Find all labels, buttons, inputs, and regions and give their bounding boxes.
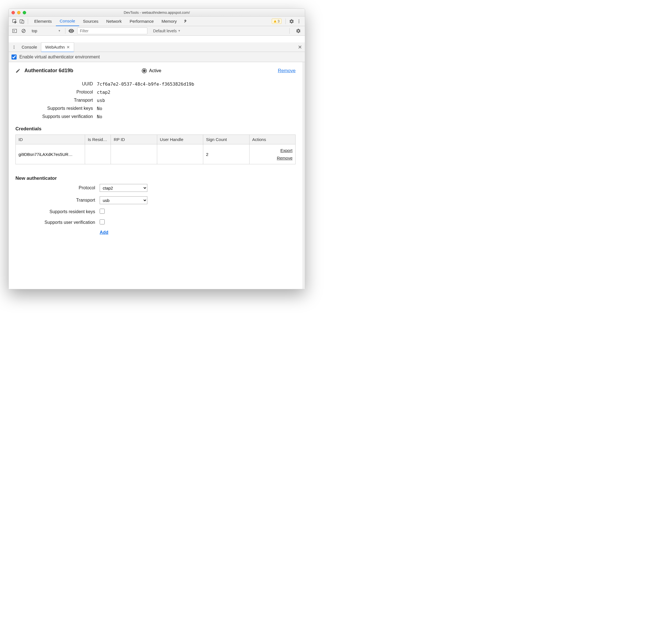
- transport-select[interactable]: usb: [100, 196, 147, 204]
- field-value: ctap2: [97, 90, 110, 95]
- new-auth-add-row: Add: [16, 230, 295, 235]
- radio-icon: [142, 68, 147, 73]
- svg-point-9: [14, 46, 15, 46]
- field-value: usb: [97, 98, 105, 103]
- field-label: Supports resident keys: [16, 106, 97, 111]
- drawer-tab-label: WebAuthn: [45, 45, 65, 49]
- remove-authenticator-link[interactable]: Remove: [278, 68, 295, 74]
- log-levels-selector[interactable]: Default levels ▼: [153, 29, 181, 33]
- new-authenticator-section: New authenticator Protocol ctap2 Transpo…: [16, 176, 295, 235]
- col-id: ID: [16, 135, 85, 144]
- close-tab-icon[interactable]: ✕: [67, 45, 70, 49]
- warning-icon: [274, 20, 277, 22]
- field-user-verification: Supports user verification No: [16, 114, 295, 119]
- warnings-count: 3: [278, 19, 280, 23]
- close-window-icon[interactable]: [11, 11, 15, 14]
- svg-point-5: [299, 22, 299, 23]
- field-uuid: UUID 7cf6a7e2-0537-48c4-b9fe-f3653826d19…: [16, 82, 295, 87]
- cell-resident: [85, 144, 111, 164]
- field-value: 7cf6a7e2-0537-48c4-b9fe-f3653826d19b: [97, 82, 194, 87]
- minimize-window-icon[interactable]: [17, 11, 21, 14]
- resident-keys-checkbox[interactable]: [100, 209, 105, 214]
- inspect-element-icon[interactable]: [11, 18, 18, 25]
- clear-console-icon[interactable]: [21, 28, 27, 34]
- field-value: No: [97, 114, 102, 119]
- console-toolbar: top ▼ Default levels ▼: [9, 26, 305, 36]
- main-tabbar: Elements Console Sources Network Perform…: [9, 17, 305, 26]
- field-label: Transport: [16, 98, 97, 103]
- authenticator-title: Authenticator 6d19b: [24, 68, 73, 74]
- svg-point-10: [14, 47, 15, 47]
- new-auth-userverif-row: Supports user verification: [16, 219, 295, 226]
- credentials-table: ID Is Resid… RP ID User Handle Sign Coun…: [16, 135, 295, 164]
- more-tabs-icon[interactable]: [181, 19, 189, 24]
- field-label: Supports user verification: [16, 220, 100, 225]
- export-credential-link[interactable]: Export: [253, 147, 292, 154]
- field-value: No: [97, 106, 102, 111]
- drawer-tab-console[interactable]: Console: [18, 42, 41, 52]
- new-auth-title: New authenticator: [16, 176, 295, 181]
- context-selector[interactable]: top ▼: [29, 28, 65, 34]
- tab-network[interactable]: Network: [102, 17, 126, 26]
- tab-elements[interactable]: Elements: [30, 17, 56, 26]
- enable-virtual-auth-row: Enable virtual authenticator environment: [9, 52, 305, 62]
- new-auth-transport-row: Transport usb: [16, 196, 295, 204]
- field-transport: Transport usb: [16, 98, 295, 103]
- drawer-close-icon[interactable]: ✕: [298, 44, 302, 50]
- chevron-down-icon: ▼: [58, 29, 61, 32]
- field-label: Supports resident keys: [16, 209, 100, 214]
- col-rpid: RP ID: [111, 135, 157, 144]
- warnings-badge[interactable]: 3: [272, 19, 282, 24]
- webauthn-panel: Authenticator 6d19b Active Remove UUID 7…: [9, 62, 305, 289]
- svg-line-8: [22, 30, 25, 32]
- window-title: DevTools - webauthndemo.appspot.com/: [9, 10, 305, 15]
- settings-icon[interactable]: [288, 18, 295, 25]
- devtools-window: DevTools - webauthndemo.appspot.com/ Ele…: [8, 8, 305, 289]
- separator: [289, 28, 290, 34]
- tab-sources[interactable]: Sources: [79, 17, 102, 26]
- col-userhandle: User Handle: [157, 135, 203, 144]
- active-label: Active: [149, 68, 161, 73]
- col-resident: Is Resid…: [85, 135, 111, 144]
- drawer-tab-webauthn[interactable]: WebAuthn ✕: [41, 42, 74, 52]
- remove-credential-link[interactable]: Remove: [253, 154, 292, 162]
- drawer-kebab-icon[interactable]: [10, 45, 18, 49]
- tab-memory[interactable]: Memory: [158, 17, 181, 26]
- enable-virtual-auth-checkbox[interactable]: [11, 54, 17, 60]
- tab-console[interactable]: Console: [56, 17, 79, 26]
- authenticator-header: Authenticator 6d19b Active Remove: [16, 68, 295, 74]
- col-actions: Actions: [249, 135, 295, 144]
- live-expression-icon[interactable]: [68, 28, 74, 34]
- active-radio[interactable]: Active: [142, 68, 161, 73]
- svg-point-3: [299, 19, 299, 20]
- field-protocol: Protocol ctap2: [16, 90, 295, 95]
- zoom-window-icon[interactable]: [23, 11, 26, 14]
- field-label: Transport: [16, 198, 100, 203]
- cell-signcount: 2: [203, 144, 249, 164]
- chevron-down-icon: ▼: [178, 29, 181, 32]
- field-label: UUID: [16, 82, 97, 87]
- console-sidebar-toggle-icon[interactable]: [11, 28, 18, 34]
- console-settings-icon[interactable]: [295, 27, 302, 34]
- protocol-select[interactable]: ctap2: [100, 184, 147, 192]
- titlebar: DevTools - webauthndemo.appspot.com/: [9, 9, 305, 17]
- levels-label: Default levels: [153, 29, 176, 33]
- context-value: top: [32, 29, 37, 33]
- cell-actions: Export Remove: [249, 144, 295, 164]
- field-label: Protocol: [16, 90, 97, 95]
- new-auth-protocol-row: Protocol ctap2: [16, 184, 295, 192]
- enable-virtual-auth-label: Enable virtual authenticator environment: [19, 54, 100, 60]
- field-resident-keys: Supports resident keys No: [16, 106, 295, 111]
- filter-input[interactable]: [77, 27, 147, 34]
- add-authenticator-link[interactable]: Add: [100, 230, 109, 235]
- device-toolbar-icon[interactable]: [18, 18, 26, 25]
- tab-performance[interactable]: Performance: [126, 17, 158, 26]
- separator: [28, 19, 28, 24]
- table-header-row: ID Is Resid… RP ID User Handle Sign Coun…: [16, 135, 295, 144]
- field-label: Protocol: [16, 185, 100, 190]
- svg-rect-2: [22, 21, 24, 23]
- kebab-menu-icon[interactable]: [295, 18, 303, 25]
- user-verification-checkbox[interactable]: [100, 219, 105, 225]
- drawer-tabbar: Console WebAuthn ✕ ✕: [9, 42, 305, 52]
- edit-icon[interactable]: [16, 68, 21, 73]
